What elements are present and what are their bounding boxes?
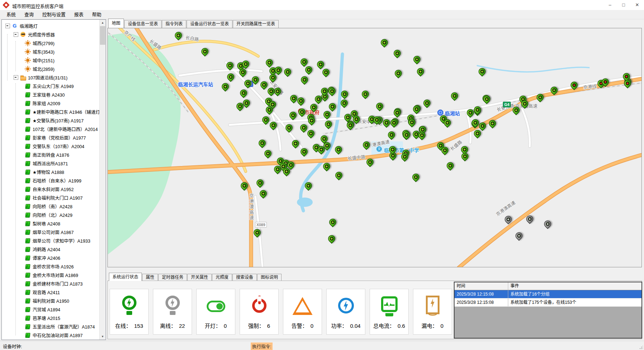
close-button[interactable]: ✕ [630,0,644,10]
plus-icon [260,141,264,145]
tree-item[interactable]: 陈家组 A2009 [2,99,60,107]
tree-item[interactable]: 向阳桥（南）A2428 [2,202,72,210]
tab-main-0[interactable]: 地图 [108,19,124,28]
app-icon [3,1,10,9]
tree-item-label: 五里派出所（富源汽配）A1874 [33,323,95,330]
card-label: 总电流：0.6 [370,322,408,329]
tree-item-label: ★博物馆 A1888 [33,169,64,175]
tree-item[interactable]: 交警队东（107南）A2004 [2,142,85,150]
maximize-button[interactable]: □ [617,0,630,10]
expand-collapse-icon[interactable] [14,32,18,37]
tab-main-1[interactable]: 设备信息一览表 [124,20,162,28]
tree-item[interactable]: 谭家冲 A2406 [2,253,60,262]
plus-icon [302,150,306,154]
tab-bottom-4[interactable]: 光照度 [212,274,232,281]
tree-item[interactable]: 金桥大市场对面 A1869 [2,271,78,279]
tree-item[interactable]: 芭茅塘 A2015 [2,313,60,322]
card-metric-name: 在线： [115,323,131,329]
tab-bottom-5[interactable]: 搜索设备 [232,274,257,281]
tree-item[interactable]: 五尖山大门东 A1949 [2,82,74,90]
plus-icon [327,122,330,126]
tree-item[interactable]: 汽贸城 A1894 [2,305,60,313]
plus-icon [517,234,521,238]
tab-bottom-6[interactable]: 图标说明 [257,274,282,281]
icon-detail [258,296,261,304]
scroll-down-icon[interactable]: ▼ [100,334,106,340]
tree-item[interactable]: 梨树巷 A2408 [2,219,60,228]
plus-icon [261,192,265,195]
tree-item[interactable]: 城东(3543) [2,47,54,56]
tab-bottom-1[interactable]: 属性 [142,274,158,281]
plus-icon [268,61,271,64]
device-icon [25,83,31,89]
plus-icon [352,112,356,116]
tree-item[interactable]: 向阳桥（北）A2429 [2,210,72,219]
road-label: 京港澳高速 [248,193,255,221]
tree-item[interactable]: 107北（建新中路路口西）A2014 [2,125,98,133]
plus-icon [203,50,207,53]
plus-icon [317,97,320,101]
tree-item[interactable]: 金桥农贸市场 A1926 [2,262,74,271]
plus-icon [322,137,326,141]
plus-icon [255,231,259,234]
menu-item-1[interactable]: 查询 [20,10,38,19]
plus-icon [392,121,396,125]
device-icon [25,212,31,218]
tree-item[interactable]: 金桥建材市场门口 A1873 [2,279,83,288]
tree-scrollbar[interactable]: ▲ ▼ [99,20,106,340]
tree-item[interactable]: 烟草公司（求知中学）A1933 [2,236,90,245]
tree-item[interactable]: 自来水斜对面 A1952 [2,185,74,193]
tree-item[interactable]: ★博物馆 A1888 [2,167,64,176]
device-icon [25,281,31,287]
scroll-up-icon[interactable]: ▲ [100,20,106,26]
tree-item[interactable]: 彭家巷（党校后面）A1977 [2,133,86,142]
tree-item[interactable]: 城西(2799) [2,39,54,47]
tree-item[interactable]: 鸿鹤路 A2404 [2,245,60,253]
tree-item[interactable]: ★交警队西(107南) A1917 [2,116,84,125]
tree-item[interactable]: 南正街转盘 A1876 [2,150,69,159]
device-clock-label: 设备时钟: [3,343,22,350]
tree-item[interactable]: 107国道沿线(31/31) [2,73,67,82]
tree-item[interactable]: 福利院对面 A1950 [2,296,69,305]
menu-item-3[interactable]: 报表 [70,10,88,19]
event-row[interactable]: 2025/3/28 12:15:08系统加载了175个设备，在线153个 [455,298,641,307]
tree-item[interactable]: 光照度传感器 [2,30,55,39]
tab-main-3[interactable]: 设备运行状态一览表 [187,20,232,28]
minimize-button[interactable]: – [603,0,617,10]
scrollbar-thumb[interactable] [100,26,105,45]
plus-icon [330,237,333,240]
tree-item[interactable]: 城西派出所A1871 [2,159,68,167]
menu-item-4[interactable]: 帮助 [88,10,106,19]
expand-collapse-icon[interactable] [14,75,18,80]
tab-bottom-3[interactable]: 开关属性 [187,274,212,281]
tree-item-label: 光照度传感器 [28,31,55,38]
tree-item[interactable]: 五里派出所（富源汽配）A1874 [2,322,95,331]
tab-main-4[interactable]: 开关回路属性一览表 [233,20,279,28]
tree-item[interactable]: 王家珑巷 A2430 [2,90,65,99]
tree-item[interactable]: 中石化加油站对面 A1897 [2,331,83,339]
tree-item[interactable]: 石咀桥（自来水）A1999 [2,176,81,185]
tree-item[interactable]: 城中(2151) [2,56,54,64]
plus-icon [439,144,442,147]
plus-icon [224,85,227,88]
tree-item[interactable]: 烟草公司对面 A1867 [2,228,74,236]
tree-item[interactable]: 城北(2859) [2,64,54,73]
tree-item[interactable] [2,339,33,340]
event-row[interactable]: 2025/3/28 12:15:08系统加载了16个分组 [455,290,641,298]
resize-grip[interactable] [639,346,643,349]
device-icon [25,109,31,115]
expand-collapse-icon[interactable] [5,24,10,28]
card-metric-name: 总电流： [373,323,395,329]
tree-item[interactable]: 观音路 A2411 [2,288,60,296]
tree-item[interactable]: ★建新中路路口东 A1946（辅道灯） [2,107,100,116]
bulb-icon [163,295,183,319]
tab-main-2[interactable]: 指令列表 [162,20,186,28]
plus-icon [414,132,418,136]
menu-item-0[interactable]: 系统 [2,10,20,19]
event-log-table[interactable]: 时间 事件 2025/3/28 12:15:08系统加载了16个分组2025/3… [454,282,642,339]
tab-bottom-0[interactable]: 系统运行状态 [109,273,142,281]
tab-bottom-2[interactable]: 定时器任务 [158,274,187,281]
tree-item[interactable]: 临湘路灯 [2,21,38,30]
tree-item[interactable]: 社会福利院大门口 A1907 [2,193,83,202]
menu-item-2[interactable]: 控制与设置 [38,10,70,19]
